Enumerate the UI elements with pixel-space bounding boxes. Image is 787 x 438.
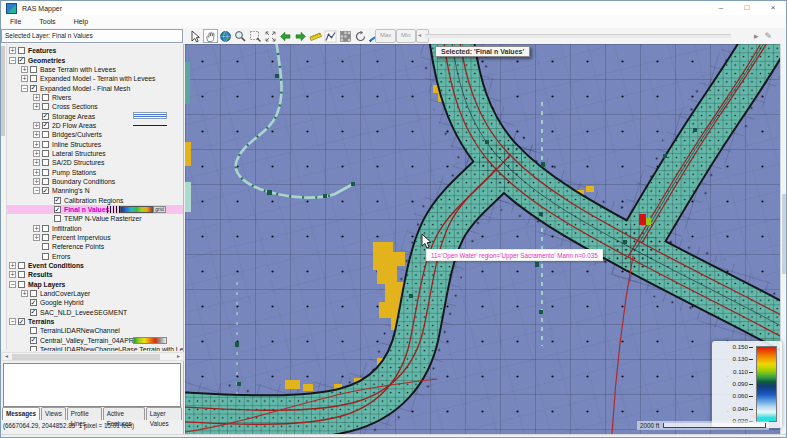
- layer-checkbox[interactable]: [30, 346, 37, 351]
- max-button[interactable]: Max: [375, 29, 396, 43]
- forward-arrow-icon[interactable]: [293, 29, 308, 43]
- layer-checkbox[interactable]: [42, 150, 49, 157]
- layer-checkbox[interactable]: [18, 318, 25, 325]
- expand-icon[interactable]: +: [33, 131, 40, 138]
- layer-checkbox[interactable]: [42, 187, 49, 194]
- tree-item-google-hybrid[interactable]: Google Hybrid: [7, 298, 183, 307]
- expand-icon[interactable]: +: [33, 178, 40, 185]
- zoom-window-icon[interactable]: [248, 29, 263, 43]
- tree-item-rivers[interactable]: +Rivers: [7, 93, 183, 102]
- expand-icon[interactable]: +: [21, 75, 28, 82]
- layer-checkbox[interactable]: [42, 94, 49, 101]
- measure-ruler-icon[interactable]: [308, 29, 323, 43]
- layer-checkbox[interactable]: [42, 131, 49, 138]
- tree-item-inline-structures[interactable]: +Inline Structures: [7, 139, 183, 148]
- layer-checkbox[interactable]: [18, 281, 25, 288]
- tree-item-pump-stations[interactable]: +Pump Stations: [7, 167, 183, 176]
- tree-item-calibration-regions[interactable]: Calibration Regions: [7, 196, 183, 205]
- layer-checkbox[interactable]: [30, 299, 37, 306]
- layer-checkbox[interactable]: [18, 271, 25, 278]
- collapse-icon[interactable]: −: [9, 318, 16, 325]
- expand-icon[interactable]: +: [21, 66, 28, 73]
- map-canvas[interactable]: Selected: 'Final n Values' 11='Open Wate…: [185, 44, 787, 434]
- menu-tools[interactable]: Tools: [30, 16, 64, 28]
- tree-item-sac-nld-leveesegment[interactable]: SAC_NLD_LeveeSEGMENT: [7, 308, 183, 317]
- tab-views[interactable]: Views: [41, 407, 66, 420]
- layer-checkbox[interactable]: [42, 234, 49, 241]
- zoom-extents-icon[interactable]: [263, 29, 278, 43]
- tree-item-infiltration[interactable]: +Infiltration: [7, 224, 183, 233]
- layer-checkbox[interactable]: [54, 206, 61, 213]
- layer-checkbox[interactable]: [42, 122, 49, 129]
- collapse-icon[interactable]: −: [33, 187, 40, 194]
- expand-icon[interactable]: +: [33, 150, 40, 157]
- tab-active-features[interactable]: Active Features: [103, 407, 145, 420]
- tree-item-terrains[interactable]: −Terrains: [7, 317, 183, 326]
- collapse-icon[interactable]: −: [9, 281, 16, 288]
- expand-icon[interactable]: +: [33, 94, 40, 101]
- expand-icon[interactable]: +: [33, 141, 40, 148]
- tree-item-expanded-model-terrain-with-levees[interactable]: +Expanded Model - Terrain with Levees: [7, 74, 183, 83]
- menu-file[interactable]: File: [1, 16, 30, 28]
- tree-item-manning-s-n[interactable]: −Manning's N: [7, 186, 183, 195]
- expand-icon[interactable]: +: [9, 271, 16, 278]
- layer-checkbox[interactable]: [30, 85, 37, 92]
- tree-item-reference-points[interactable]: Reference Points: [7, 242, 183, 251]
- pan-hand-icon[interactable]: [203, 29, 218, 43]
- tree-item-percent-impervious[interactable]: +Percent Impervious: [7, 233, 183, 242]
- layer-checkbox[interactable]: [30, 309, 37, 316]
- globe-icon[interactable]: [218, 29, 233, 43]
- expand-icon[interactable]: +: [9, 47, 16, 54]
- menu-help[interactable]: Help: [65, 16, 97, 28]
- profile-line-icon[interactable]: [323, 29, 338, 43]
- tab-messages[interactable]: Messages: [2, 407, 40, 420]
- layer-checkbox[interactable]: [42, 225, 49, 232]
- timeline-track[interactable]: [425, 34, 731, 38]
- tab-profile-lines[interactable]: Profile Lines: [67, 407, 102, 420]
- layer-checkbox[interactable]: [18, 262, 25, 269]
- tree-item-lateral-structures[interactable]: +Lateral Structures: [7, 149, 183, 158]
- scrollbar-thumb[interactable]: [12, 354, 160, 360]
- expand-icon[interactable]: +: [21, 290, 28, 297]
- tree-item-landcoverlayer[interactable]: +LandCoverLayer: [7, 289, 183, 298]
- tree-item-expanded-model-final-mesh[interactable]: −Expanded Model - Final Mesh: [7, 83, 183, 92]
- layer-checkbox[interactable]: [54, 215, 61, 222]
- tree-item-geometries[interactable]: −Geometries: [7, 55, 183, 64]
- tree-item-event-conditions[interactable]: +Event Conditions: [7, 261, 183, 270]
- expand-icon[interactable]: +: [33, 159, 40, 166]
- tree-item-central-valley-terrain-04apr2019[interactable]: Central_Valley_Terrain_04APR2019: [7, 336, 183, 345]
- tree-item-map-layers[interactable]: −Map Layers: [7, 280, 183, 289]
- expand-icon[interactable]: +: [33, 169, 40, 176]
- layer-checkbox[interactable]: [42, 243, 49, 250]
- layer-checkbox[interactable]: [30, 290, 37, 297]
- expand-icon[interactable]: +: [9, 262, 16, 269]
- tree-item-terrainlidarnewchannel[interactable]: TerrainLIDARNewChannel: [7, 326, 183, 335]
- raster-grid-icon[interactable]: [338, 29, 353, 43]
- layer-checkbox[interactable]: [30, 75, 37, 82]
- minimize-button[interactable]: –: [708, 1, 734, 15]
- collapse-icon[interactable]: −: [9, 57, 16, 64]
- min-button[interactable]: Min: [396, 29, 416, 43]
- tree-item-errors[interactable]: Errors: [7, 252, 183, 261]
- tree-item-final-n-values[interactable]: Final n Valuesgrid: [7, 205, 183, 214]
- layer-checkbox[interactable]: [30, 66, 37, 73]
- layer-checkbox[interactable]: [42, 141, 49, 148]
- layer-checkbox[interactable]: [42, 178, 49, 185]
- tab-layer-values[interactable]: Layer Values: [146, 407, 182, 420]
- tree-item-features[interactable]: +Features: [7, 46, 183, 55]
- expand-icon[interactable]: +: [33, 234, 40, 241]
- layer-checkbox[interactable]: [18, 57, 25, 64]
- collapse-icon[interactable]: −: [21, 85, 28, 92]
- tree-item-sa-2d-structures[interactable]: +SA/2D Structures: [7, 158, 183, 167]
- scroll-right-icon[interactable]: ▸: [174, 353, 183, 360]
- expand-icon[interactable]: +: [33, 225, 40, 232]
- tree-item-temp-n-value-rasterizer[interactable]: TEMP N-Value Rasterizer: [7, 214, 183, 223]
- expand-icon[interactable]: +: [33, 103, 40, 110]
- tree-item-bridges-culverts[interactable]: +Bridges/Culverts: [7, 130, 183, 139]
- tree-item-2d-flow-areas[interactable]: +2D Flow Areas: [7, 121, 183, 130]
- layer-checkbox[interactable]: [42, 103, 49, 110]
- close-button[interactable]: ×: [760, 1, 786, 15]
- back-arrow-icon[interactable]: [278, 29, 293, 43]
- zoom-magnifier-icon[interactable]: [233, 29, 248, 43]
- layer-checkbox[interactable]: [54, 197, 61, 204]
